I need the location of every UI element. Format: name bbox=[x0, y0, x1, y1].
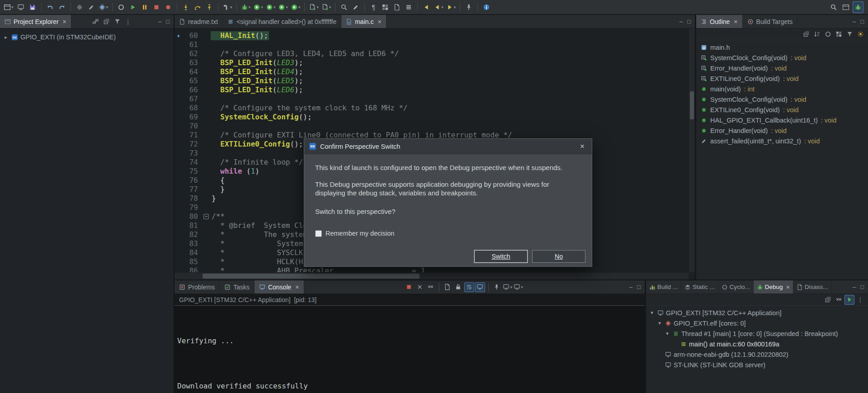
close-icon[interactable]: × bbox=[377, 18, 381, 25]
maximize-icon[interactable]: □ bbox=[687, 18, 691, 25]
gutter-marker[interactable] bbox=[175, 95, 183, 104]
close-icon[interactable]: × bbox=[577, 142, 587, 151]
debug-view-menu-icon[interactable]: ⋮ bbox=[855, 295, 865, 305]
minimize-icon[interactable]: – bbox=[853, 18, 856, 25]
remember-decision-checkbox[interactable]: Remember my decision bbox=[315, 229, 581, 238]
link-with-editor-icon[interactable] bbox=[90, 17, 100, 27]
tab-static-stack[interactable]: Static ... bbox=[681, 280, 718, 294]
debug-toolbar-toggle-icon[interactable] bbox=[844, 295, 854, 305]
hide-fields-icon[interactable] bbox=[823, 29, 833, 39]
resume-icon[interactable] bbox=[127, 1, 138, 13]
redo-icon[interactable] bbox=[57, 1, 67, 13]
open-console-icon[interactable]: ▾ bbox=[514, 282, 524, 292]
tab-outline[interactable]: Outline× bbox=[696, 15, 743, 28]
minimize-icon[interactable]: – bbox=[158, 18, 161, 25]
terminate-console-icon[interactable] bbox=[404, 282, 414, 292]
gutter-marker[interactable] bbox=[175, 67, 183, 76]
gutter-marker[interactable] bbox=[175, 131, 183, 140]
collapse-all-icon[interactable] bbox=[101, 17, 111, 27]
collapse-all-outline-icon[interactable] bbox=[801, 29, 811, 39]
gutter-marker[interactable] bbox=[175, 230, 183, 239]
gutter-marker[interactable] bbox=[175, 158, 183, 167]
debug-tree-item[interactable]: ▾Thread #1 [main] 1 [core: 0] (Suspended… bbox=[646, 328, 868, 339]
gutter-marker[interactable] bbox=[175, 203, 183, 212]
profile-icon[interactable]: ▾ bbox=[290, 1, 302, 13]
hide-static-members-icon[interactable] bbox=[834, 29, 844, 39]
filters-icon[interactable] bbox=[112, 17, 122, 27]
run-icon[interactable]: ▾ bbox=[252, 1, 264, 13]
target-chip-icon[interactable]: ▾ bbox=[98, 1, 109, 13]
gutter-marker[interactable] bbox=[175, 58, 183, 67]
gutter-marker[interactable] bbox=[175, 266, 183, 272]
checkbox-box[interactable] bbox=[315, 230, 322, 237]
scrollbar-thumb[interactable] bbox=[690, 91, 694, 119]
skip-all-breakpoints-icon[interactable] bbox=[116, 1, 127, 13]
code-line[interactable]: 61 bbox=[175, 40, 689, 49]
debug-tree-item[interactable]: main() at main.c:60 0x800169a bbox=[646, 339, 868, 349]
gutter-marker[interactable] bbox=[175, 85, 183, 95]
last-edit-location-icon[interactable] bbox=[421, 1, 432, 13]
tab-build-analyzer[interactable]: Build ... bbox=[646, 280, 681, 294]
fold-collapse-icon[interactable]: − bbox=[203, 214, 209, 219]
gutter-marker[interactable] bbox=[175, 76, 183, 85]
tab-signal-handler-frame[interactable]: <signal handler called>() at 0xfffffffe bbox=[223, 15, 341, 28]
open-element-icon[interactable] bbox=[392, 1, 402, 13]
code-line[interactable]: 62 /* Configure LED3, LED4, LED5 and LED… bbox=[175, 49, 689, 58]
outline-item[interactable]: EXTILine0_Config(void) : void bbox=[696, 73, 868, 84]
open-perspective-icon[interactable] bbox=[840, 1, 851, 13]
back-icon[interactable]: ▾ bbox=[433, 1, 444, 13]
pin-editor-icon[interactable] bbox=[463, 1, 474, 13]
step-into-icon[interactable] bbox=[180, 1, 191, 13]
switch-button[interactable]: Switch bbox=[474, 250, 528, 263]
scroll-lock-icon[interactable] bbox=[453, 282, 463, 292]
gutter-marker[interactable] bbox=[175, 221, 183, 230]
trim-tool-icon[interactable] bbox=[86, 1, 97, 13]
gutter-marker[interactable] bbox=[175, 140, 183, 149]
collapse-arrow-icon[interactable]: ▾ bbox=[664, 331, 670, 336]
build-icon[interactable]: ▾ bbox=[222, 1, 233, 13]
collapse-arrow-icon[interactable]: ▾ bbox=[656, 320, 663, 326]
build-settings-icon[interactable] bbox=[74, 1, 85, 13]
maximize-icon[interactable]: □ bbox=[166, 18, 170, 25]
minimize-icon[interactable]: – bbox=[853, 284, 856, 290]
debug-icon[interactable]: ▾ bbox=[240, 1, 252, 13]
close-icon[interactable]: × bbox=[295, 284, 299, 291]
collapse-arrow-icon[interactable]: ▾ bbox=[649, 310, 655, 316]
new-c-file-icon[interactable]: ▾ bbox=[308, 1, 320, 13]
scrollbar-thumb[interactable] bbox=[203, 274, 420, 279]
remove-all-terminated-icon[interactable] bbox=[426, 282, 436, 292]
project-item-gpio-exti[interactable]: ▸ IDE GPIO_EXTI (in STM32CubeIDE) bbox=[3, 32, 174, 42]
code-line[interactable]: 67 bbox=[175, 95, 689, 104]
toggle-source-header-icon[interactable] bbox=[403, 1, 414, 13]
minimize-icon[interactable]: – bbox=[679, 18, 683, 25]
step-return-icon[interactable] bbox=[204, 1, 215, 13]
collapse-all-debug-icon[interactable] bbox=[823, 295, 833, 305]
outline-item[interactable]: Error_Handler(void) : void bbox=[696, 125, 868, 136]
show-console-on-output-icon[interactable] bbox=[475, 282, 485, 292]
no-button[interactable]: No bbox=[532, 250, 585, 263]
instruction-pointer-icon[interactable] bbox=[175, 31, 183, 40]
gutter-marker[interactable] bbox=[175, 149, 183, 158]
gutter-marker[interactable] bbox=[175, 176, 183, 185]
code-line[interactable]: 64 BSP_LED_Init(LED4); bbox=[175, 67, 689, 76]
editor-vertical-scrollbar[interactable] bbox=[689, 28, 695, 272]
maximize-icon[interactable]: □ bbox=[860, 284, 864, 290]
code-line[interactable]: 86 * AHB Prescaler = 1 bbox=[175, 266, 689, 272]
terminal-icon[interactable] bbox=[15, 1, 26, 13]
close-icon[interactable]: × bbox=[786, 284, 790, 291]
word-wrap-icon[interactable] bbox=[464, 282, 474, 292]
step-over-icon[interactable] bbox=[192, 1, 203, 13]
new-wizard-icon[interactable]: ▾ bbox=[3, 1, 14, 13]
undo-icon[interactable] bbox=[45, 1, 56, 13]
forward-icon[interactable]: ▾ bbox=[445, 1, 457, 13]
block-selection-icon[interactable] bbox=[380, 1, 391, 13]
outline-item[interactable]: SystemClock_Config(void) : void bbox=[696, 94, 868, 104]
tab-problems[interactable]: Problems bbox=[175, 280, 220, 294]
quick-access-search-icon[interactable] bbox=[828, 1, 839, 13]
debug-tree-item[interactable]: arm-none-eabi-gdb (12.1.90.20220802) bbox=[646, 349, 868, 360]
debug-tree-item[interactable]: ▾GPIO_EXTI [STM32 C/C++ Application] bbox=[646, 308, 868, 318]
info-icon[interactable] bbox=[481, 1, 492, 13]
minimize-icon[interactable]: – bbox=[629, 284, 632, 290]
sort-outline-icon[interactable] bbox=[812, 29, 822, 39]
tab-build-targets[interactable]: Build Targets bbox=[743, 15, 798, 28]
